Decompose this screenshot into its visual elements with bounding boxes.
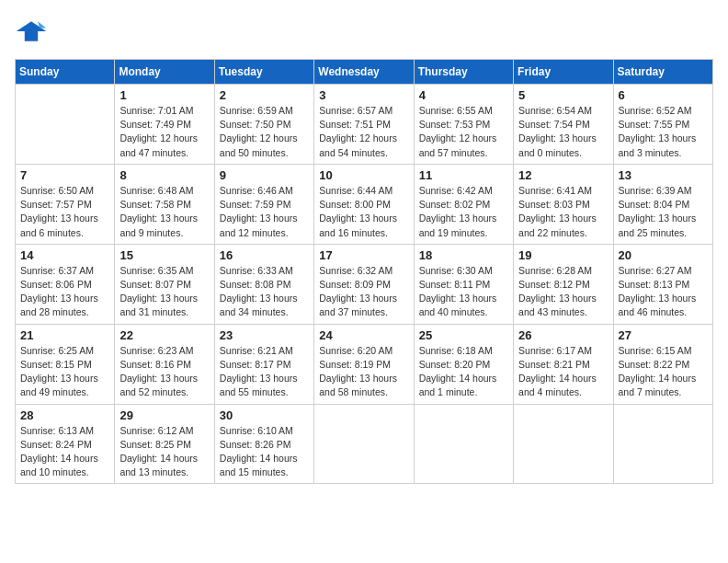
day-info: Sunrise: 6:28 AM Sunset: 8:12 PM Dayligh… <box>518 264 608 320</box>
calendar-cell: 26Sunrise: 6:17 AM Sunset: 8:21 PM Dayli… <box>514 324 613 404</box>
day-number: 11 <box>419 168 508 182</box>
calendar-cell: 1Sunrise: 7:01 AM Sunset: 7:49 PM Daylig… <box>115 85 214 165</box>
day-info: Sunrise: 6:23 AM Sunset: 8:16 PM Dayligh… <box>119 344 209 400</box>
day-info: Sunrise: 6:10 AM Sunset: 8:26 PM Dayligh… <box>220 424 309 480</box>
calendar-week-row: 21Sunrise: 6:25 AM Sunset: 8:15 PM Dayli… <box>16 324 713 404</box>
calendar-cell: 17Sunrise: 6:32 AM Sunset: 8:09 PM Dayli… <box>314 244 414 324</box>
day-info: Sunrise: 6:42 AM Sunset: 8:02 PM Dayligh… <box>419 184 508 240</box>
calendar-cell: 22Sunrise: 6:23 AM Sunset: 8:16 PM Dayli… <box>115 324 214 404</box>
day-number: 5 <box>518 88 608 102</box>
day-number: 17 <box>319 248 408 262</box>
calendar-cell: 14Sunrise: 6:37 AM Sunset: 8:06 PM Dayli… <box>16 244 115 324</box>
calendar-cell: 24Sunrise: 6:20 AM Sunset: 8:19 PM Dayli… <box>314 324 414 404</box>
day-number: 15 <box>119 248 209 262</box>
day-info: Sunrise: 6:48 AM Sunset: 7:58 PM Dayligh… <box>119 184 209 240</box>
day-info: Sunrise: 6:21 AM Sunset: 8:17 PM Dayligh… <box>220 344 309 400</box>
day-info: Sunrise: 6:41 AM Sunset: 8:03 PM Dayligh… <box>518 184 608 240</box>
day-number: 21 <box>20 328 109 342</box>
calendar-cell: 15Sunrise: 6:35 AM Sunset: 8:07 PM Dayli… <box>115 244 214 324</box>
day-number: 29 <box>119 408 209 422</box>
day-number: 18 <box>419 248 508 262</box>
calendar-cell: 16Sunrise: 6:33 AM Sunset: 8:08 PM Dayli… <box>214 244 313 324</box>
day-number: 4 <box>419 88 508 102</box>
column-header-tuesday: Tuesday <box>214 60 313 85</box>
day-info: Sunrise: 6:37 AM Sunset: 8:06 PM Dayligh… <box>20 264 109 320</box>
column-header-sunday: Sunday <box>16 60 115 85</box>
day-info: Sunrise: 6:50 AM Sunset: 7:57 PM Dayligh… <box>20 184 109 240</box>
calendar-cell <box>414 404 513 484</box>
day-info: Sunrise: 6:30 AM Sunset: 8:11 PM Dayligh… <box>419 264 508 320</box>
header <box>15 15 713 48</box>
calendar-cell: 6Sunrise: 6:52 AM Sunset: 7:55 PM Daylig… <box>613 85 712 165</box>
calendar-week-row: 28Sunrise: 6:13 AM Sunset: 8:24 PM Dayli… <box>16 404 713 484</box>
day-number: 13 <box>619 168 708 182</box>
column-header-saturday: Saturday <box>613 60 712 85</box>
calendar-cell: 9Sunrise: 6:46 AM Sunset: 7:59 PM Daylig… <box>214 164 313 244</box>
calendar-table: SundayMondayTuesdayWednesdayThursdayFrid… <box>15 59 713 484</box>
day-number: 26 <box>518 328 608 342</box>
calendar-cell: 7Sunrise: 6:50 AM Sunset: 7:57 PM Daylig… <box>16 164 115 244</box>
day-number: 6 <box>619 88 708 102</box>
day-info: Sunrise: 6:15 AM Sunset: 8:22 PM Dayligh… <box>619 344 708 400</box>
calendar-cell: 11Sunrise: 6:42 AM Sunset: 8:02 PM Dayli… <box>414 164 513 244</box>
logo <box>15 15 51 48</box>
day-info: Sunrise: 6:20 AM Sunset: 8:19 PM Dayligh… <box>319 344 408 400</box>
calendar-cell: 23Sunrise: 6:21 AM Sunset: 8:17 PM Dayli… <box>214 324 313 404</box>
calendar-cell: 18Sunrise: 6:30 AM Sunset: 8:11 PM Dayli… <box>414 244 513 324</box>
day-number: 1 <box>119 88 209 102</box>
day-info: Sunrise: 6:59 AM Sunset: 7:50 PM Dayligh… <box>220 104 309 160</box>
day-number: 16 <box>220 248 309 262</box>
logo-icon <box>15 15 48 48</box>
day-info: Sunrise: 7:01 AM Sunset: 7:49 PM Dayligh… <box>119 104 209 160</box>
calendar-cell: 8Sunrise: 6:48 AM Sunset: 7:58 PM Daylig… <box>115 164 214 244</box>
day-number: 8 <box>119 168 209 182</box>
day-number: 30 <box>220 408 309 422</box>
day-info: Sunrise: 6:13 AM Sunset: 8:24 PM Dayligh… <box>20 424 109 480</box>
day-info: Sunrise: 6:33 AM Sunset: 8:08 PM Dayligh… <box>220 264 309 320</box>
day-number: 10 <box>319 168 408 182</box>
day-info: Sunrise: 6:12 AM Sunset: 8:25 PM Dayligh… <box>119 424 209 480</box>
calendar-week-row: 7Sunrise: 6:50 AM Sunset: 7:57 PM Daylig… <box>16 164 713 244</box>
day-info: Sunrise: 6:17 AM Sunset: 8:21 PM Dayligh… <box>518 344 608 400</box>
column-header-thursday: Thursday <box>414 60 513 85</box>
calendar-cell <box>514 404 613 484</box>
calendar-cell: 2Sunrise: 6:59 AM Sunset: 7:50 PM Daylig… <box>214 85 313 165</box>
day-number: 19 <box>518 248 608 262</box>
day-number: 22 <box>119 328 209 342</box>
day-info: Sunrise: 6:35 AM Sunset: 8:07 PM Dayligh… <box>119 264 209 320</box>
calendar-cell: 20Sunrise: 6:27 AM Sunset: 8:13 PM Dayli… <box>613 244 712 324</box>
calendar-cell: 3Sunrise: 6:57 AM Sunset: 7:51 PM Daylig… <box>314 85 414 165</box>
day-info: Sunrise: 6:52 AM Sunset: 7:55 PM Dayligh… <box>619 104 708 160</box>
column-header-monday: Monday <box>115 60 214 85</box>
calendar-cell: 13Sunrise: 6:39 AM Sunset: 8:04 PM Dayli… <box>613 164 712 244</box>
day-info: Sunrise: 6:25 AM Sunset: 8:15 PM Dayligh… <box>20 344 109 400</box>
day-number: 28 <box>20 408 109 422</box>
day-number: 14 <box>20 248 109 262</box>
calendar-header-row: SundayMondayTuesdayWednesdayThursdayFrid… <box>16 60 713 85</box>
day-info: Sunrise: 6:57 AM Sunset: 7:51 PM Dayligh… <box>319 104 408 160</box>
calendar-cell: 4Sunrise: 6:55 AM Sunset: 7:53 PM Daylig… <box>414 85 513 165</box>
calendar-cell: 19Sunrise: 6:28 AM Sunset: 8:12 PM Dayli… <box>514 244 613 324</box>
calendar-cell: 10Sunrise: 6:44 AM Sunset: 8:00 PM Dayli… <box>314 164 414 244</box>
svg-marker-0 <box>17 21 46 41</box>
day-number: 25 <box>419 328 508 342</box>
calendar-cell <box>314 404 414 484</box>
day-number: 24 <box>319 328 408 342</box>
day-number: 2 <box>220 88 309 102</box>
day-info: Sunrise: 6:18 AM Sunset: 8:20 PM Dayligh… <box>419 344 508 400</box>
calendar-week-row: 1Sunrise: 7:01 AM Sunset: 7:49 PM Daylig… <box>16 85 713 165</box>
calendar-cell <box>613 404 712 484</box>
calendar-cell: 25Sunrise: 6:18 AM Sunset: 8:20 PM Dayli… <box>414 324 513 404</box>
calendar-cell: 5Sunrise: 6:54 AM Sunset: 7:54 PM Daylig… <box>514 85 613 165</box>
day-info: Sunrise: 6:32 AM Sunset: 8:09 PM Dayligh… <box>319 264 408 320</box>
day-number: 7 <box>20 168 109 182</box>
day-number: 27 <box>619 328 708 342</box>
day-info: Sunrise: 6:46 AM Sunset: 7:59 PM Dayligh… <box>220 184 309 240</box>
day-number: 20 <box>619 248 708 262</box>
day-info: Sunrise: 6:39 AM Sunset: 8:04 PM Dayligh… <box>619 184 708 240</box>
calendar-cell: 29Sunrise: 6:12 AM Sunset: 8:25 PM Dayli… <box>115 404 214 484</box>
calendar-cell <box>16 85 115 165</box>
calendar-cell: 30Sunrise: 6:10 AM Sunset: 8:26 PM Dayli… <box>214 404 313 484</box>
calendar-week-row: 14Sunrise: 6:37 AM Sunset: 8:06 PM Dayli… <box>16 244 713 324</box>
day-number: 9 <box>220 168 309 182</box>
